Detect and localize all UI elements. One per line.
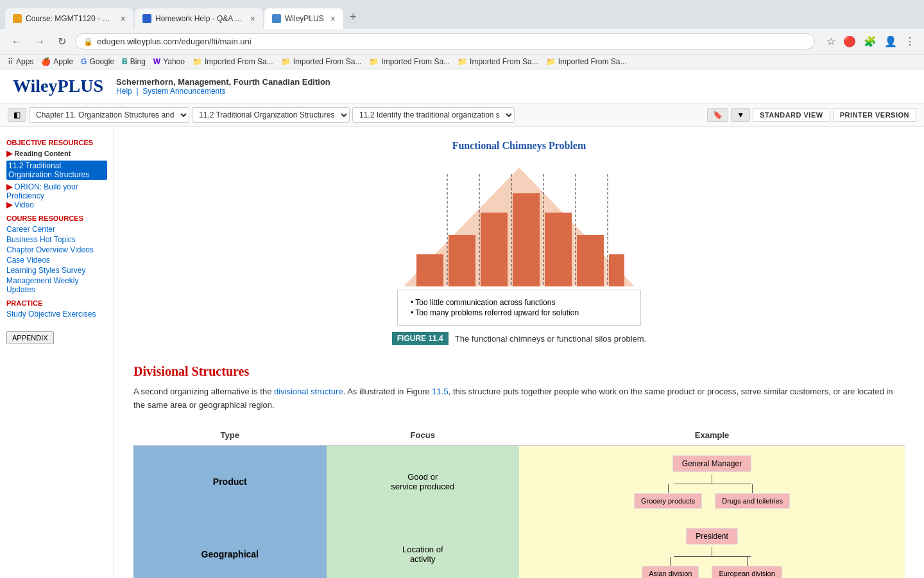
lock-icon: 🔒 [83, 37, 93, 46]
help-link[interactable]: Help [116, 87, 132, 96]
product-focus-text: Good orservice produced [391, 472, 454, 491]
bookmark-imported-2-label: Imported From Sa... [293, 57, 362, 66]
table-row-product: Product Good orservice produced General … [133, 445, 905, 518]
sidebar-chapter-videos[interactable]: Chapter Overview Videos [6, 245, 107, 254]
chimneys-chart [391, 161, 647, 290]
bookmark-star-button[interactable]: ☆ [825, 34, 837, 49]
new-tab-button[interactable]: + [345, 5, 362, 29]
body-text-before: A second organizing alternative is the [133, 387, 274, 396]
figure-11-4-container: Functional Chimneys Problem [133, 140, 905, 345]
menu-button[interactable]: ⋮ [903, 34, 916, 49]
book-title: Schermerhorn, Management, Fourth Canadia… [116, 77, 330, 87]
apple-icon: 🍎 [41, 57, 51, 66]
bookmark-imported-3[interactable]: 📁 Imported From Sa... [369, 57, 450, 66]
yahoo-icon: W [153, 57, 160, 66]
reading-content-label: Reading Content [14, 150, 71, 157]
section-select[interactable]: 11.2 Traditional Organization Structures [192, 107, 350, 123]
geographical-label: Geographical [201, 549, 259, 559]
product-label: Product [213, 477, 247, 487]
bookmark-apps-label: Apps [16, 57, 33, 66]
announcements-link[interactable]: System Announcements [142, 87, 225, 96]
standard-view-button[interactable]: STANDARD VIEW [753, 108, 830, 122]
bookmark-yahoo-label: Yahoo [163, 57, 185, 66]
sidebar-orion-link[interactable]: ORION: Build your Proficiency [6, 182, 78, 200]
tab-2[interactable]: Homework Help - Q&A from O... × [135, 8, 263, 29]
bookmark-google[interactable]: G Google [81, 57, 114, 66]
product-type-cell: Product [133, 445, 327, 518]
apps-icon: ⠿ [8, 57, 13, 66]
caption-line-1: • Too little communication across functi… [411, 298, 628, 307]
tab-3-favicon [272, 14, 281, 23]
bookmark-imported-4[interactable]: 📁 Imported From Sa... [458, 57, 538, 66]
objective-select[interactable]: 11.2 Identify the traditional organizati… [352, 107, 515, 123]
profile-button[interactable]: 👤 [883, 34, 898, 49]
figure-11-5-link[interactable]: 11.5 [432, 387, 448, 396]
bookmark-bing[interactable]: B Bing [122, 57, 146, 66]
divisional-section-title: Divisional Structures [133, 364, 905, 379]
folder-icon-3: 📁 [369, 57, 379, 66]
main-layout: OBJECTIVE RESOURCES ▶ Reading Content 11… [0, 127, 924, 578]
chapter-select[interactable]: Chapter 11. Organization Structures and [29, 107, 189, 123]
col-focus-header: Focus [327, 425, 520, 446]
extensions-button[interactable]: 🧩 [862, 34, 878, 49]
bookmark-apple[interactable]: 🍎 Apple [41, 57, 73, 66]
sidebar-active-link[interactable]: 11.2 TraditionalOrganization Structures [6, 161, 107, 180]
svg-rect-4 [513, 193, 540, 286]
sidebar-learning-styles[interactable]: Learning Styles Survey [6, 266, 107, 275]
product-org-chart: General Manager Grocery products [532, 455, 892, 509]
sidebar-hot-topics[interactable]: Business Hot Topics [6, 235, 107, 244]
geographical-type-cell: Geographical [133, 518, 327, 578]
geographical-example-cell: President Asian division [519, 518, 905, 578]
col-type-header: Type [133, 425, 327, 446]
geographical-focus-text: Location ofactivity [402, 545, 443, 564]
back-button[interactable]: ← [8, 33, 26, 50]
bookmark-imported-1-label: Imported From Sa... [205, 57, 273, 66]
geographical-org-chart: President Asian division [532, 528, 892, 578]
figure-label-row: FIGURE 11.4 The functional chimneys or f… [392, 332, 646, 345]
drugs-toiletries-box: Drugs and toiletries [715, 493, 790, 509]
svg-rect-3 [481, 213, 508, 286]
bookmark-imported-2[interactable]: 📁 Imported From Sa... [281, 57, 362, 66]
sidebar-video-link[interactable]: Video [14, 200, 33, 209]
wiley-header: WileyPLUS Schermerhorn, Management, Four… [0, 69, 924, 103]
asian-division-box: Asian division [642, 566, 699, 578]
tab-2-title: Homework Help - Q&A from O... [155, 14, 244, 23]
bookmark-imported-5[interactable]: 📁 Imported From Sa... [546, 57, 627, 66]
sidebar-career-center[interactable]: Career Center [6, 225, 107, 234]
printer-version-button[interactable]: PRINTER VERSION [833, 108, 916, 122]
tab-1-close[interactable]: × [121, 13, 126, 24]
tab-2-close[interactable]: × [250, 13, 255, 24]
tab-3[interactable]: WileyPLUS × [264, 8, 343, 29]
url-bar[interactable]: 🔒 edugen.wileyplus.com/edugen/lti/main.u… [75, 33, 815, 49]
divisional-table: Type Focus Example Product Good orservic… [133, 425, 905, 578]
sidebar-case-videos[interactable]: Case Videos [6, 256, 107, 265]
bookmark-apps[interactable]: ⠿ Apps [8, 57, 33, 66]
folder-icon-1: 📁 [193, 57, 202, 66]
folder-icon-5: 📁 [546, 57, 556, 66]
tab-3-close[interactable]: × [330, 13, 336, 24]
bookmarks-bar: ⠿ Apps 🍎 Apple G Google B Bing W Yahoo 📁… [0, 54, 924, 69]
bookmark-yahoo[interactable]: W Yahoo [153, 57, 185, 66]
svg-rect-2 [449, 235, 475, 286]
reload-button[interactable]: ↻ [54, 33, 70, 50]
wiley-ext-button[interactable]: 🔴 [842, 34, 857, 49]
divisional-structure-link[interactable]: divisional structure [274, 387, 343, 396]
tab-1-favicon [13, 14, 22, 23]
divisional-structures-section: Divisional Structures A second organizin… [133, 364, 905, 578]
sidebar-management-weekly[interactable]: Management Weekly Updates [6, 276, 107, 294]
appendix-button[interactable]: APPENDIX [6, 331, 54, 344]
general-manager-box: General Manager [672, 455, 751, 472]
bookmark-icon-button[interactable]: 🔖 [707, 108, 728, 122]
sidebar-toggle-button[interactable]: ◧ [8, 108, 26, 122]
sidebar-study-exercises[interactable]: Study Objective Exercises [6, 310, 107, 319]
nav-arrow-button[interactable]: ▼ [731, 108, 750, 122]
figure-title: Functional Chimneys Problem [452, 140, 586, 152]
bookmark-imported-1[interactable]: 📁 Imported From Sa... [193, 57, 273, 66]
browser-actions: ☆ 🔴 🧩 👤 ⋮ [825, 34, 916, 49]
practice-title: PRACTICE [6, 299, 107, 307]
figure-badge: FIGURE 11.4 [392, 332, 449, 345]
video-arrow: ▶ [6, 200, 12, 209]
forward-button[interactable]: → [31, 33, 49, 50]
tab-1[interactable]: Course: MGMT1120 - Principle... × [5, 8, 133, 29]
nav-right-buttons: 🔖 ▼ STANDARD VIEW PRINTER VERSION [707, 108, 916, 122]
